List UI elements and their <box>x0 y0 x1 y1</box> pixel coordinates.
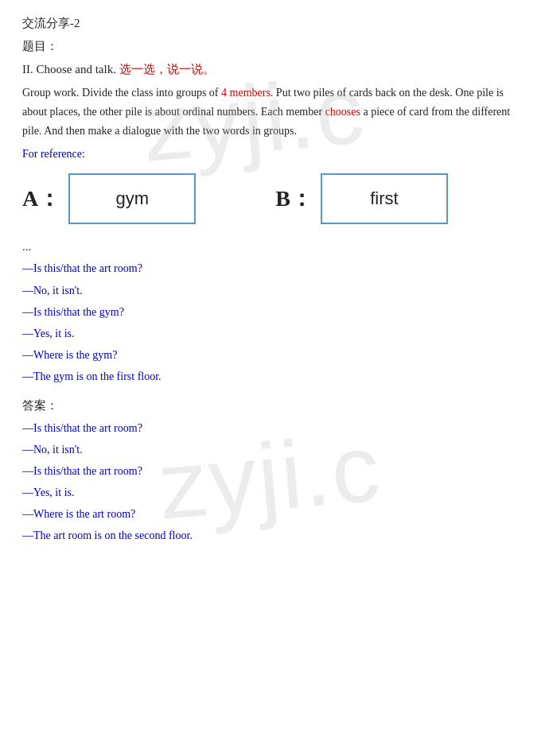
section-title: 交流分享-2 <box>22 16 527 31</box>
card-b-box: first <box>321 173 448 224</box>
answer-line-1: —Is this/that the art room? <box>22 418 527 438</box>
answer-line-2: —No, it isn't. <box>22 440 527 459</box>
dialogue-line-2: —No, it isn't. <box>22 281 527 300</box>
card-b-text: first <box>370 188 398 209</box>
card-b-area: B： first <box>275 173 448 224</box>
card-a-box: gym <box>68 173 196 224</box>
topic-label: 题目： <box>22 39 527 54</box>
answer-section: —Is this/that the art room? —No, it isn'… <box>22 418 527 546</box>
instruction-chinese: 选一选，说一说。 <box>119 63 215 76</box>
card-row: A： gym B： first <box>22 173 527 224</box>
dialogue-line-3: —Is this/that the gym? <box>22 302 527 322</box>
instruction-line: II. Choose and talk. 选一选，说一说。 <box>22 62 527 77</box>
answer-line-6: —The art room is on the second floor. <box>22 525 527 545</box>
dialogue-section: —Is this/that the art room? —No, it isn'… <box>22 258 527 386</box>
answer-line-4: —Yes, it is. <box>22 483 527 502</box>
answer-line-3: —Is this/that the art room? <box>22 461 527 481</box>
dialogue-line-5: —Where is the gym? <box>22 345 527 365</box>
dialogue-line-4: —Yes, it is. <box>22 324 527 343</box>
for-reference: For reference: <box>22 148 527 161</box>
dialogue-line-1: —Is this/that the art room? <box>22 258 527 278</box>
ellipsis: ... <box>22 240 527 254</box>
card-a-label: A： <box>22 184 60 214</box>
instruction-prefix: II. Choose and talk. <box>22 63 119 76</box>
dialogue-line-6: —The gym is on the first floor. <box>22 366 527 386</box>
group-work-content: Group work. Divide the class into groups… <box>22 87 510 137</box>
card-b-label: B： <box>275 184 313 214</box>
answer-line-5: —Where is the art room? <box>22 504 527 524</box>
card-a-text: gym <box>115 188 149 209</box>
answer-label: 答案： <box>22 398 527 413</box>
group-work-text: Group work. Divide the class into groups… <box>22 83 527 140</box>
